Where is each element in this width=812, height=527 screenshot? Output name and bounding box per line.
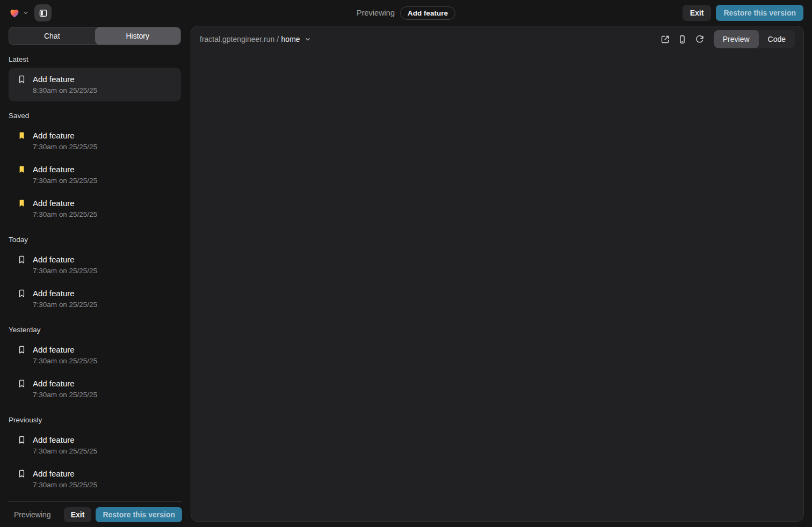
history-sidebar: ChatHistory LatestAdd feature8:30am on 2… xyxy=(0,26,191,527)
section-header-previously: Previously xyxy=(9,415,181,425)
app-logo-menu[interactable] xyxy=(9,7,29,19)
url-page: home xyxy=(281,35,300,43)
version-timestamp: 7:30am on 25/25/25 xyxy=(33,266,97,276)
restore-version-button[interactable]: Restore this version xyxy=(96,507,182,522)
chevron-down-icon xyxy=(304,35,311,43)
section-header-latest: Latest xyxy=(9,55,181,64)
version-list-item[interactable]: Add feature7:30am on 25/25/25 xyxy=(9,248,181,282)
refresh-icon xyxy=(695,35,704,44)
version-title: Add feature xyxy=(33,73,97,85)
open-in-new-tab-button[interactable] xyxy=(658,32,673,47)
version-timestamp: 7:30am on 25/25/25 xyxy=(33,142,97,152)
version-title: Add feature xyxy=(33,343,97,356)
open-in-new-tab-icon xyxy=(661,35,670,44)
version-timestamp: 7:30am on 25/25/25 xyxy=(33,356,97,367)
refresh-button[interactable] xyxy=(692,32,707,47)
version-title: Add feature xyxy=(33,253,97,266)
tab-preview[interactable]: Preview xyxy=(714,30,759,48)
version-timestamp: 7:30am on 25/25/25 xyxy=(33,299,97,310)
bookmark-outline-icon xyxy=(17,345,26,354)
version-list-item[interactable]: Add feature7:30am on 25/25/25 xyxy=(9,158,181,192)
sidebar-toggle-button[interactable] xyxy=(34,4,52,21)
chevron-down-icon xyxy=(23,10,29,16)
bookmark-outline-icon xyxy=(17,435,26,444)
exit-button[interactable]: Exit xyxy=(683,5,712,21)
version-title: Add feature xyxy=(33,377,97,390)
version-list-item[interactable]: Add feature7:30am on 25/25/25 xyxy=(9,428,181,462)
version-list-item[interactable]: Add feature7:30am on 25/25/25 xyxy=(9,372,181,406)
version-timestamp: 7:30am on 25/25/25 xyxy=(33,390,97,400)
previewing-status-label: Previewing xyxy=(14,510,50,519)
preview-header: fractal.gptengineer.run / home xyxy=(191,26,803,52)
exit-button[interactable]: Exit xyxy=(64,507,92,522)
preview-url-selector[interactable]: fractal.gptengineer.run / home xyxy=(200,34,311,44)
topbar: Previewing Add feature Exit Restore this… xyxy=(0,0,812,26)
version-badge[interactable]: Add feature xyxy=(400,6,455,20)
section-header-today: Today xyxy=(9,235,181,245)
bookmark-filled-icon xyxy=(17,199,26,208)
tab-chat[interactable]: Chat xyxy=(9,27,95,45)
version-list-item[interactable]: Add feature7:30am on 25/25/25 xyxy=(9,462,181,496)
version-title: Add feature xyxy=(33,197,97,209)
version-timestamp: 8:30am on 25/25/25 xyxy=(33,85,97,96)
sidebar-footer: Previewing Exit Restore this version xyxy=(8,501,182,527)
tab-history[interactable]: History xyxy=(95,27,181,45)
preview-code-tabs: PreviewCode xyxy=(714,30,795,48)
bookmark-outline-icon xyxy=(17,255,26,264)
version-list-item[interactable]: Add feature7:30am on 25/25/25 xyxy=(9,192,181,225)
mobile-view-icon xyxy=(678,35,687,44)
version-title: Add feature xyxy=(33,163,97,175)
tab-code[interactable]: Code xyxy=(759,30,795,48)
preview-panel: fractal.gptengineer.run / home xyxy=(191,26,804,522)
chat-history-tabs: ChatHistory xyxy=(9,27,181,45)
bookmark-outline-icon xyxy=(17,289,26,298)
restore-version-button[interactable]: Restore this version xyxy=(716,5,803,21)
version-timestamp: 7:30am on 25/25/25 xyxy=(33,209,97,220)
version-timestamp: 7:30am on 25/25/25 xyxy=(33,480,97,491)
version-title: Add feature xyxy=(33,129,97,142)
version-title: Add feature xyxy=(33,287,97,299)
heart-logo-icon xyxy=(9,7,20,19)
version-title: Add feature xyxy=(33,434,97,446)
bookmark-outline-icon xyxy=(17,379,26,388)
version-list-item[interactable]: Add feature7:30am on 25/25/25 xyxy=(9,124,181,158)
mobile-view-button[interactable] xyxy=(675,32,690,47)
bookmark-filled-icon xyxy=(17,165,26,174)
bookmark-outline-icon xyxy=(17,469,26,478)
url-domain: fractal.gptengineer.run / xyxy=(200,35,279,43)
version-history-list: LatestAdd feature8:30am on 25/25/25Saved… xyxy=(6,45,183,501)
version-title: Add feature xyxy=(33,467,97,480)
section-header-yesterday: Yesterday xyxy=(9,325,181,335)
bookmark-filled-icon xyxy=(17,131,26,140)
previewing-status-label: Previewing xyxy=(357,9,395,17)
section-header-saved: Saved xyxy=(9,111,181,121)
version-list-item[interactable]: Add feature7:30am on 25/25/25 xyxy=(9,338,181,372)
preview-content-area xyxy=(191,52,803,521)
version-list-item[interactable]: Add feature8:30am on 25/25/25 xyxy=(9,68,181,101)
version-timestamp: 7:30am on 25/25/25 xyxy=(33,446,97,457)
panel-left-icon xyxy=(39,9,48,18)
version-list-item[interactable]: Add feature7:30am on 25/25/25 xyxy=(9,282,181,316)
bookmark-outline-icon xyxy=(17,75,26,84)
version-timestamp: 7:30am on 25/25/25 xyxy=(33,175,97,186)
